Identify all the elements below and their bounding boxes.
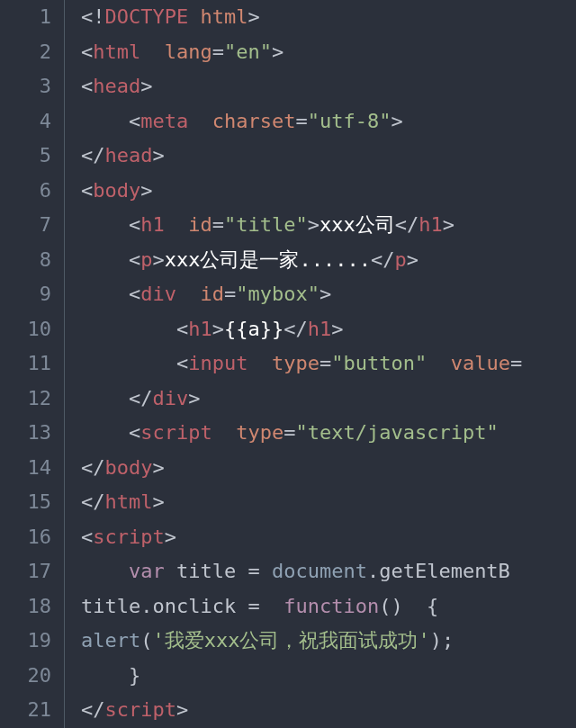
- line-number: 1: [0, 0, 64, 35]
- line-number: 15: [0, 485, 64, 520]
- line-number: 17: [0, 554, 64, 589]
- line-number: 5: [0, 139, 64, 174]
- code-line[interactable]: <body>: [81, 174, 576, 209]
- code-line[interactable]: <h1>{{a}}</h1>: [81, 312, 576, 347]
- line-number: 21: [0, 693, 64, 728]
- code-line[interactable]: <script>: [81, 520, 576, 555]
- line-number: 14: [0, 451, 64, 486]
- line-number: 12: [0, 382, 64, 417]
- line-number: 19: [0, 624, 64, 659]
- code-line[interactable]: var title = document.getElementB: [81, 554, 576, 589]
- code-line[interactable]: title.onclick = function() {: [81, 589, 576, 625]
- code-line[interactable]: }: [81, 659, 576, 694]
- code-editor: 123456789101112131415161718192021 <!DOCT…: [0, 0, 576, 728]
- line-number-gutter: 123456789101112131415161718192021: [0, 0, 65, 728]
- code-line[interactable]: </head>: [81, 139, 576, 174]
- line-number: 11: [0, 346, 64, 382]
- code-line[interactable]: <head>: [81, 69, 576, 104]
- line-number: 18: [0, 589, 64, 625]
- code-line[interactable]: <input type="button" value=: [81, 346, 576, 382]
- code-line[interactable]: </html>: [81, 485, 576, 520]
- code-area[interactable]: <!DOCTYPE html><html lang="en"><head> <m…: [65, 0, 576, 728]
- line-number: 6: [0, 174, 64, 209]
- line-number: 3: [0, 69, 64, 104]
- code-line[interactable]: </script>: [81, 693, 576, 728]
- code-line[interactable]: <meta charset="utf-8">: [81, 104, 576, 139]
- code-line[interactable]: alert('我爱xxx公司，祝我面试成功');: [81, 624, 576, 659]
- code-line[interactable]: </div>: [81, 382, 576, 417]
- code-line[interactable]: <div id="mybox">: [81, 277, 576, 312]
- code-line[interactable]: <html lang="en">: [81, 35, 576, 70]
- line-number: 7: [0, 208, 64, 243]
- line-number: 9: [0, 277, 64, 312]
- line-number: 4: [0, 104, 64, 139]
- code-line[interactable]: <script type="text/javascript": [81, 416, 576, 451]
- code-line[interactable]: </body>: [81, 451, 576, 486]
- code-line[interactable]: <p>xxx公司是一家......</p>: [81, 243, 576, 278]
- code-line[interactable]: <h1 id="title">xxx公司</h1>: [81, 208, 576, 243]
- line-number: 8: [0, 243, 64, 278]
- line-number: 10: [0, 312, 64, 347]
- line-number: 2: [0, 35, 64, 70]
- line-number: 20: [0, 659, 64, 694]
- line-number: 13: [0, 416, 64, 451]
- code-line[interactable]: <!DOCTYPE html>: [81, 0, 576, 35]
- line-number: 16: [0, 520, 64, 555]
